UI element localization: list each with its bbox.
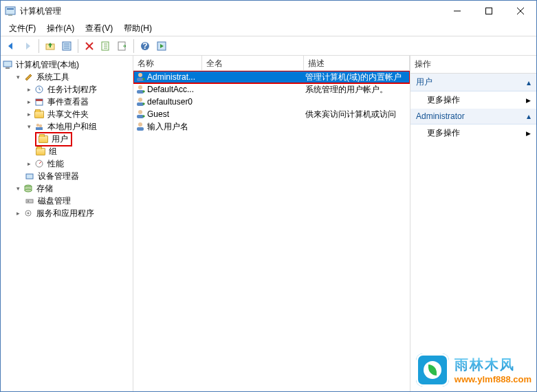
app-icon <box>5 6 16 17</box>
tree-shared-folders[interactable]: ▸共享文件夹 <box>24 108 131 120</box>
window-title: 计算机管理 <box>20 6 441 17</box>
toolbar-separator <box>78 39 78 53</box>
svg-rect-19 <box>3 61 12 67</box>
event-icon <box>34 96 45 107</box>
svg-point-44 <box>138 122 142 127</box>
svg-rect-4 <box>486 8 492 14</box>
actions-pane: 操作 用户 ▴ 更多操作 ▶ Administrator ▴ 更多操作 ▶ <box>410 56 536 391</box>
expander-icon[interactable]: ▸ <box>24 160 34 167</box>
svg-point-36 <box>138 73 142 77</box>
menu-action[interactable]: 操作(A) <box>41 21 80 36</box>
user-icon <box>135 96 146 107</box>
list-header: 名称 全名 描述 <box>133 56 410 71</box>
disk-icon <box>24 195 35 206</box>
svg-point-33 <box>28 201 29 202</box>
svg-point-24 <box>36 124 39 127</box>
device-icon <box>24 171 35 182</box>
folder-icon <box>35 146 46 157</box>
list-row-guest[interactable]: Guest 供来宾访问计算机或访问 <box>133 108 410 120</box>
col-fullname[interactable]: 全名 <box>202 56 304 70</box>
expander-icon[interactable]: ▾ <box>24 123 34 130</box>
expander-icon[interactable]: ▾ <box>13 74 23 80</box>
actions-title: 操作 <box>410 56 536 74</box>
expander-icon[interactable]: ▸ <box>24 98 34 105</box>
back-button[interactable] <box>3 39 19 54</box>
col-name[interactable]: 名称 <box>133 56 202 70</box>
forward-button[interactable] <box>20 39 35 54</box>
list-row-defaultaccount[interactable]: DefaultAcc... 系统管理的用户帐户。 <box>133 83 410 96</box>
expander-icon[interactable]: ▸ <box>24 111 34 118</box>
svg-rect-20 <box>6 67 10 69</box>
svg-rect-23 <box>36 99 43 101</box>
performance-icon <box>34 158 45 169</box>
tree-users[interactable]: 用户 <box>35 133 131 145</box>
content-area: 计算机管理(本地) ▾ 系统工具 ▸任务计划程序 <box>1 56 536 391</box>
export-button[interactable] <box>115 39 130 54</box>
titlebar: 计算机管理 <box>1 1 536 21</box>
toolbar: ? <box>1 36 536 56</box>
tree-disk-management[interactable]: 磁盘管理 <box>24 195 131 207</box>
delete-button[interactable] <box>82 39 97 54</box>
watermark-text: 雨林木风 www.ylmf888.com <box>454 356 531 384</box>
maximize-button[interactable] <box>473 1 505 21</box>
folder-icon <box>38 133 49 144</box>
action-button[interactable] <box>154 39 169 54</box>
close-button[interactable] <box>505 1 536 21</box>
list-row-administrator[interactable]: Administrat... 管理计算机(域)的内置帐户 <box>133 71 410 83</box>
svg-rect-32 <box>26 199 33 203</box>
tree-performance[interactable]: ▸性能 <box>24 157 131 170</box>
tree-system-tools[interactable]: ▾ 系统工具 <box>13 71 131 83</box>
tree-root[interactable]: 计算机管理(本地) <box>2 58 131 71</box>
col-desc[interactable]: 描述 <box>304 56 410 70</box>
user-icon <box>135 72 146 83</box>
menu-help[interactable]: 帮助(H) <box>118 21 157 36</box>
svg-point-25 <box>39 124 42 127</box>
window-controls <box>441 1 536 21</box>
shared-folder-icon <box>34 109 45 120</box>
help-button[interactable]: ? <box>138 39 153 54</box>
refresh-button[interactable] <box>98 39 113 54</box>
svg-point-38 <box>138 85 142 89</box>
toolbar-separator <box>39 39 39 53</box>
menu-view[interactable]: 查看(V) <box>80 21 118 36</box>
actions-section-admin[interactable]: Administrator ▴ <box>410 109 536 124</box>
svg-point-42 <box>138 110 142 114</box>
properties-button[interactable] <box>59 39 74 54</box>
list-row-custom-user[interactable]: 输入用户名 <box>133 120 410 133</box>
expander-icon[interactable]: ▾ <box>13 185 23 192</box>
minimize-button[interactable] <box>441 1 473 21</box>
tree-device-manager[interactable]: 设备管理器 <box>24 170 131 182</box>
menubar: 文件(F) 操作(A) 查看(V) 帮助(H) <box>1 21 536 36</box>
up-folder-button[interactable] <box>43 39 58 54</box>
list-row-defaultuser0[interactable]: defaultuser0 <box>133 96 410 108</box>
list-body[interactable]: Administrat... 管理计算机(域)的内置帐户 DefaultAcc.… <box>133 71 410 391</box>
submenu-icon: ▶ <box>526 97 531 104</box>
tree-event-viewer[interactable]: ▸事件查看器 <box>24 96 131 108</box>
tree-groups[interactable]: 组 <box>35 145 131 157</box>
watermark-logo-icon <box>416 353 449 386</box>
tree-storage[interactable]: ▾存储 <box>13 182 131 195</box>
collapse-icon: ▴ <box>527 111 531 121</box>
svg-rect-28 <box>26 174 33 179</box>
actions-more-users[interactable]: 更多操作 ▶ <box>410 91 536 109</box>
storage-icon <box>23 183 34 194</box>
tree-task-scheduler[interactable]: ▸任务计划程序 <box>24 83 131 96</box>
svg-rect-26 <box>36 127 43 130</box>
toolbar-separator <box>133 39 134 53</box>
actions-more-admin[interactable]: 更多操作 ▶ <box>410 124 536 142</box>
menu-file[interactable]: 文件(F) <box>3 21 41 36</box>
tree-services-apps[interactable]: ▸服务和应用程序 <box>13 207 131 219</box>
svg-point-40 <box>138 98 142 102</box>
expander-icon[interactable]: ▸ <box>24 86 34 93</box>
tree-pane[interactable]: 计算机管理(本地) ▾ 系统工具 ▸任务计划程序 <box>1 56 133 391</box>
svg-rect-0 <box>6 7 15 14</box>
list-pane: 名称 全名 描述 Administrat... 管理计算机(域)的内置帐户 De… <box>133 56 410 391</box>
services-icon <box>23 208 34 219</box>
actions-section-users[interactable]: 用户 ▴ <box>410 74 536 91</box>
user-icon <box>135 121 146 132</box>
tools-icon <box>23 72 34 83</box>
clock-icon <box>34 84 45 95</box>
expander-icon[interactable]: ▸ <box>13 210 23 217</box>
tree-local-users-groups[interactable]: ▾本地用户和组 <box>24 120 131 133</box>
computer-management-window: 计算机管理 文件(F) 操作(A) 查看(V) 帮助(H) ? <box>0 0 537 392</box>
